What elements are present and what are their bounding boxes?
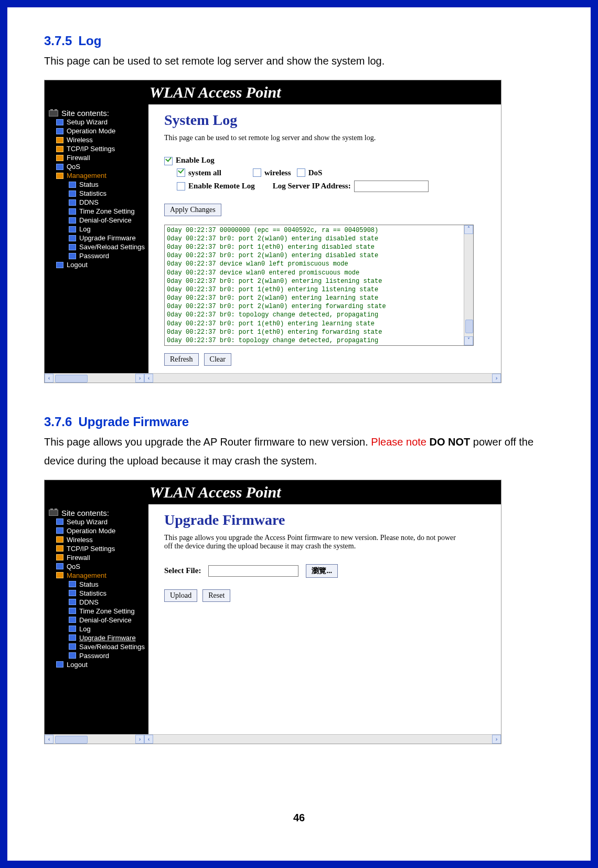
sidebar: Site contents: Setup Wizard Operation Mo…: [45, 104, 148, 373]
sidebar-sub-log[interactable]: Log: [49, 624, 148, 633]
section-heading-log: 3.7.5Log: [44, 34, 554, 48]
page-icon: [56, 527, 63, 534]
sidebar-sub-tz[interactable]: Time Zone Setting: [49, 607, 148, 616]
page-title-upgrade: Upgrade Firmware: [164, 512, 497, 528]
page-icon: [56, 128, 63, 134]
page-icon: [69, 626, 76, 632]
page-icon: [56, 262, 63, 268]
banner: WLAN Access Point: [45, 480, 501, 504]
sidebar-item-opmode[interactable]: Operation Mode: [49, 526, 148, 535]
section-title: Log: [78, 34, 101, 48]
scroll-thumb[interactable]: [55, 375, 88, 383]
router-icon: [49, 110, 58, 117]
sidebar-item-wireless[interactable]: Wireless: [49, 535, 148, 544]
h-scrollbar-left[interactable]: ‹ ›: [45, 373, 144, 383]
sidebar-item-tcpip[interactable]: TCP/IP Settings: [49, 144, 148, 153]
banner-title: WLAN Access Point: [150, 83, 281, 101]
scroll-right-icon[interactable]: ›: [135, 374, 144, 383]
log-vertical-scrollbar[interactable]: ˄ ˅: [464, 225, 473, 345]
dos-checkbox[interactable]: [297, 168, 305, 177]
h-scrollbar-right[interactable]: ‹ ›: [144, 734, 501, 744]
scroll-right-icon[interactable]: ›: [135, 735, 144, 744]
sidebar-sub-save[interactable]: Save/Reload Settings: [49, 242, 148, 251]
scroll-left-icon[interactable]: ‹: [144, 374, 153, 383]
scroll-left-icon[interactable]: ‹: [45, 374, 54, 383]
section-title: Upgrade Firmware: [78, 415, 189, 429]
scroll-right-icon[interactable]: ›: [492, 374, 501, 383]
sidebar-sub-upgrade[interactable]: Upgrade Firmware: [49, 234, 148, 242]
sidebar-item-mgmt[interactable]: Management: [49, 171, 148, 180]
sidebar-root[interactable]: Site contents:: [49, 509, 148, 517]
page-desc-log: This page can be used to set remote log …: [164, 134, 497, 142]
reset-button[interactable]: Reset: [202, 589, 230, 602]
sidebar-sub-pwd[interactable]: Password: [49, 251, 148, 260]
sidebar-sub-log[interactable]: Log: [49, 225, 148, 234]
page-icon: [69, 190, 76, 197]
folder-icon: [56, 536, 63, 543]
enable-log-checkbox[interactable]: [164, 157, 173, 165]
apply-changes-button[interactable]: Apply Changes: [164, 204, 221, 216]
folder-icon: [56, 146, 63, 152]
folder-open-icon: [56, 173, 63, 179]
sidebar-sub-stats[interactable]: Statistics: [49, 189, 148, 198]
sidebar-item-mgmt[interactable]: Management: [49, 571, 148, 580]
folder-icon: [56, 554, 63, 560]
sidebar-item-setup[interactable]: Setup Wizard: [49, 517, 148, 526]
page-icon: [56, 119, 63, 125]
enable-remote-checkbox[interactable]: [177, 182, 185, 190]
sidebar-item-firewall[interactable]: Firewall: [49, 553, 148, 562]
sidebar-sub-save[interactable]: Save/Reload Settings: [49, 642, 148, 651]
sidebar-item-qos[interactable]: QoS: [49, 162, 148, 171]
sidebar-sub-ddns[interactable]: DDNS: [49, 198, 148, 207]
wireless-checkbox[interactable]: [253, 168, 261, 177]
section-text-upgrade: This page allows you upgrade the AP Rout…: [44, 432, 554, 470]
sidebar-item-logout[interactable]: Logout: [49, 660, 148, 669]
folder-icon: [56, 137, 63, 143]
h-scrollbar-left[interactable]: ‹ ›: [45, 734, 144, 744]
scroll-thumb[interactable]: [55, 736, 88, 744]
sidebar-sub-status[interactable]: Status: [49, 180, 148, 189]
page-icon: [69, 643, 76, 650]
sidebar-item-firewall[interactable]: Firewall: [49, 153, 148, 162]
clear-button[interactable]: Clear: [204, 353, 231, 366]
sidebar-item-setup[interactable]: Setup Wizard: [49, 118, 148, 126]
file-input[interactable]: [208, 565, 298, 577]
sidebar-root[interactable]: Site contents:: [49, 109, 148, 118]
page-icon: [69, 235, 76, 241]
scroll-down-icon[interactable]: ˅: [464, 336, 473, 345]
sidebar-sub-ddns[interactable]: DDNS: [49, 598, 148, 607]
sidebar-sub-status[interactable]: Status: [49, 580, 148, 589]
scroll-up-icon[interactable]: ˄: [464, 225, 473, 234]
system-all-checkbox[interactable]: [177, 168, 185, 177]
mainpane-upgrade: Upgrade Firmware This page allows you up…: [148, 504, 501, 734]
scroll-left-icon[interactable]: ‹: [144, 735, 153, 744]
page-icon: [69, 217, 76, 224]
sidebar-item-wireless[interactable]: Wireless: [49, 135, 148, 144]
scroll-left-icon[interactable]: ‹: [45, 735, 54, 744]
page-icon: [69, 608, 76, 614]
log-server-ip-input[interactable]: [354, 181, 429, 192]
log-textarea[interactable]: 0day 00:22:37 00000000 (epc == 0040592c,…: [164, 225, 474, 346]
page-icon: [69, 244, 76, 250]
browse-button[interactable]: 瀏覽...: [306, 564, 338, 578]
sidebar-item-logout[interactable]: Logout: [49, 260, 148, 269]
section-heading-upgrade: 3.7.6Upgrade Firmware: [44, 415, 554, 429]
sidebar-sub-stats[interactable]: Statistics: [49, 589, 148, 598]
sidebar-item-tcpip[interactable]: TCP/IP Settings: [49, 544, 148, 553]
sidebar-item-qos[interactable]: QoS: [49, 562, 148, 571]
sidebar-sub-upgrade[interactable]: Upgrade Firmware: [49, 633, 148, 642]
scroll-right-icon[interactable]: ›: [492, 735, 501, 744]
page-icon: [69, 208, 76, 215]
sidebar-sub-dos[interactable]: Denial-of-Service: [49, 216, 148, 225]
upload-button[interactable]: Upload: [164, 589, 197, 602]
page-icon: [69, 590, 76, 596]
h-scrollbar-right[interactable]: ‹ ›: [144, 373, 501, 383]
sidebar-item-opmode[interactable]: Operation Mode: [49, 126, 148, 135]
sidebar-sub-dos[interactable]: Denial-of-Service: [49, 616, 148, 624]
page-title-log: System Log: [164, 112, 497, 129]
page-icon: [69, 599, 76, 605]
sidebar-sub-tz[interactable]: Time Zone Setting: [49, 207, 148, 216]
folder-icon: [56, 155, 63, 161]
sidebar-sub-pwd[interactable]: Password: [49, 651, 148, 660]
scroll-thumb[interactable]: [465, 320, 473, 333]
